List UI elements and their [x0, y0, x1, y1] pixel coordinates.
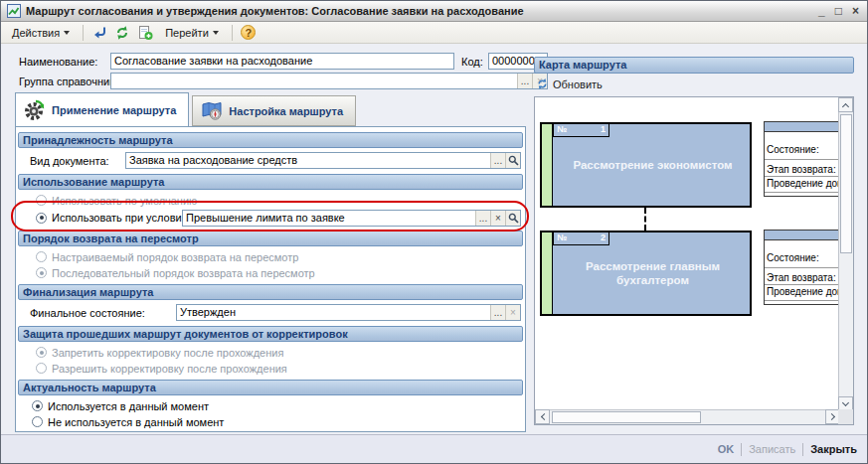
section-protection: Защита прошедших маршрут документов от к…: [18, 326, 523, 342]
maximize-button[interactable]: □: [835, 4, 842, 18]
radio-use-default[interactable]: [36, 195, 47, 206]
radio-seq-return[interactable]: [36, 267, 47, 278]
radio-row-seq-return: Последовательный порядок возврата на пер…: [16, 266, 525, 279]
ellipsis-button[interactable]: ...: [475, 211, 490, 226]
block-status-strip: [542, 124, 553, 206]
doc-type-label: Вид документа:: [30, 155, 125, 167]
final-state-row: Финальное состояние: Утвержден ... ×: [16, 304, 525, 321]
radio-row-forbid: Запретить корректировку после прохождени…: [16, 346, 525, 359]
scrollbar-corner: [838, 409, 853, 424]
close-button[interactable]: ×: [852, 4, 859, 18]
clear-button[interactable]: ×: [505, 305, 520, 320]
magnifier-button[interactable]: [505, 211, 520, 226]
section-route-usage: Использование маршрута: [18, 174, 523, 190]
map-block-economist[interactable]: № 1 Рассмотрение экономистом: [540, 122, 752, 208]
final-state-label: Финальное состояние:: [30, 307, 176, 319]
scroll-left-button[interactable]: [535, 409, 550, 424]
radio-in-use[interactable]: [32, 400, 43, 411]
toolbar-separator: [232, 25, 233, 41]
name-field[interactable]: Согласование заявки на расходование: [110, 53, 454, 70]
map-compass-icon: [201, 101, 223, 121]
ellipsis-button[interactable]: ...: [517, 74, 532, 88]
section-return-order: Порядок возврата на пересмотр: [18, 231, 523, 246]
dropdown-caret-icon: [213, 31, 219, 35]
condition-field[interactable]: Превышение лимита по заявке ... ×: [182, 210, 521, 227]
doc-type-field[interactable]: Заявка на расходование средств ...: [125, 152, 521, 169]
radio-row-in-use: Используется в данный момент: [16, 399, 525, 412]
reread-button[interactable]: [89, 24, 109, 42]
ok-button[interactable]: OK: [718, 443, 735, 455]
map-refresh-button[interactable]: Обновить: [536, 77, 603, 90]
horizontal-scroll-thumb[interactable]: [552, 411, 701, 423]
block-info-table: Состояние: Этап возврата: Проведение док: [764, 121, 847, 197]
info-state-label: Состояние:: [767, 252, 846, 263]
radio-row-not-in-use: Не используется в данный момент: [16, 415, 525, 428]
map-vertical-scrollbar[interactable]: [838, 97, 853, 411]
block-title: Рассмотрение экономистом: [560, 124, 746, 206]
info-table-header: [765, 122, 846, 132]
radio-use-condition[interactable]: [36, 213, 47, 224]
section-finalization: Финализация маршрута: [18, 284, 523, 300]
vertical-scroll-thumb[interactable]: [840, 114, 852, 253]
radio-row-default: Использовать по умолчанию: [16, 194, 525, 207]
save-button[interactable]: Записать: [749, 443, 795, 455]
code-label: Код:: [461, 56, 483, 68]
window-title: Маршрут согласования и утверждения докум…: [26, 5, 818, 17]
info-return-label: Этап возврата:: [767, 272, 846, 283]
tab-route-setup[interactable]: Настройка маршрута: [192, 95, 356, 126]
route-map-canvas[interactable]: № 1 Рассмотрение экономистом Состояние: …: [534, 96, 854, 425]
radio-forbid-edit[interactable]: [36, 347, 47, 358]
tab-strip: Применение маршрута Настройка маршрута: [15, 92, 356, 126]
goto-menu-button[interactable]: Перейти: [158, 24, 226, 42]
section-actuality: Актуальность маршрута: [18, 380, 523, 395]
magnifier-button[interactable]: [505, 153, 520, 168]
app-window: Маршрут согласования и утверждения докум…: [0, 0, 868, 464]
info-state-label: Состояние:: [767, 144, 846, 155]
map-block-chief-accountant[interactable]: № 2 Рассмотрение главным бухгалтером: [540, 231, 752, 316]
refresh-button[interactable]: [112, 24, 132, 42]
copy-new-button[interactable]: [135, 24, 155, 42]
block-info-table: Состояние: Этап возврата: Проведение док: [764, 230, 847, 305]
info-posting-label: Проведение док: [767, 286, 846, 297]
close-window-button[interactable]: Закрыть: [810, 443, 857, 455]
radio-allow-edit[interactable]: [36, 363, 47, 374]
group-field[interactable]: ... ×: [110, 73, 548, 89]
info-posting-label: Проведение док: [767, 178, 846, 189]
form-area: Наименование: Согласование заявки на рас…: [1, 45, 867, 434]
route-application-panel: Принадлежность маршрута Вид документа: З…: [15, 126, 526, 432]
info-table-header: [765, 231, 846, 240]
group-label: Группа справочника:: [19, 76, 123, 87]
ellipsis-button[interactable]: ...: [490, 305, 505, 320]
footer-bar: OK Записать Закрыть: [1, 434, 867, 463]
ellipsis-button[interactable]: ...: [490, 153, 505, 168]
title-bar: Маршрут согласования и утверждения докум…: [1, 1, 867, 22]
radio-custom-return[interactable]: [36, 251, 47, 262]
clear-button[interactable]: ×: [490, 211, 505, 226]
dropdown-caret-icon: [64, 31, 70, 35]
minimize-button[interactable]: _: [818, 4, 825, 18]
block-title: Рассмотрение главным бухгалтером: [560, 232, 746, 314]
refresh-icon: [114, 25, 130, 41]
magnifier-icon: [508, 213, 519, 224]
actions-menu-button[interactable]: Действия: [5, 24, 77, 42]
help-icon: ?: [241, 25, 256, 40]
reread-icon: [91, 25, 107, 41]
tab-label: Применение маршрута: [52, 104, 176, 116]
gear-icon: [24, 99, 46, 121]
radio-row-condition: Использовать при условии Превышение лими…: [16, 209, 525, 227]
doc-type-row: Вид документа: Заявка на расходование ср…: [16, 152, 525, 169]
map-horizontal-scrollbar[interactable]: [535, 409, 840, 424]
radio-row-custom-return: Настраиваемый порядок возврата на пересм…: [16, 250, 525, 263]
name-label: Наименование:: [19, 56, 97, 68]
final-state-field[interactable]: Утвержден ... ×: [176, 304, 521, 321]
radio-not-in-use[interactable]: [32, 416, 43, 427]
toolbar-separator: [83, 25, 84, 41]
new-document-icon: [137, 25, 153, 41]
scroll-up-button[interactable]: [838, 97, 853, 112]
info-return-label: Этап возврата:: [767, 164, 846, 175]
help-button[interactable]: ?: [239, 24, 259, 42]
tab-route-application[interactable]: Применение маршрута: [15, 92, 189, 126]
toolbar: Действия: [1, 22, 867, 44]
map-panel-header: Карта маршрута: [534, 57, 854, 74]
route-connector-line: [644, 208, 646, 231]
